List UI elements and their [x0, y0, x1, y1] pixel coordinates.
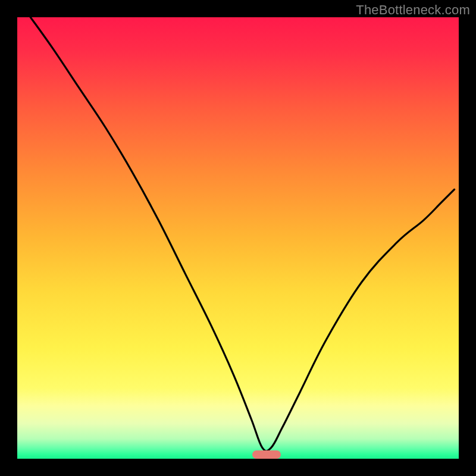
watermark-text: TheBottleneck.com — [356, 2, 470, 18]
optimum-marker — [252, 450, 281, 459]
plot-area — [17, 17, 459, 459]
bottleneck-curve — [17, 17, 459, 459]
chart-frame: TheBottleneck.com — [0, 0, 476, 476]
